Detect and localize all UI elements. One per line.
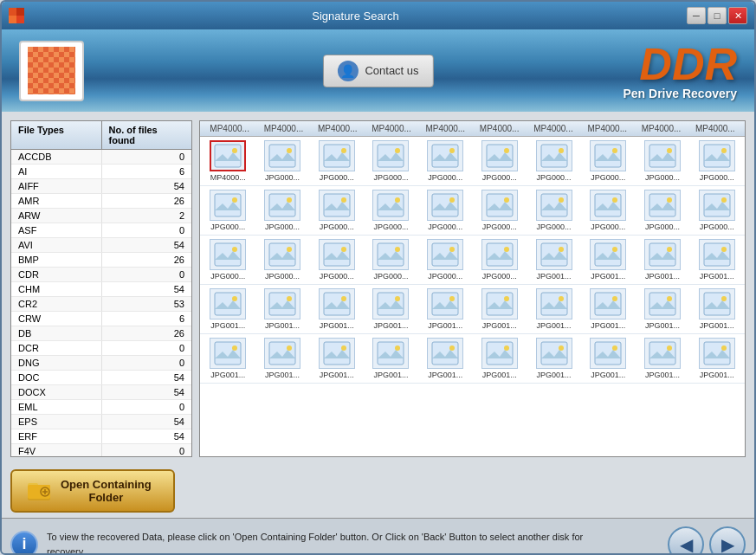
list-item[interactable]: JPG000... <box>475 239 525 281</box>
list-item[interactable]: JPG001... <box>638 239 688 281</box>
list-item[interactable]: JPG000... <box>366 190 416 231</box>
file-type-row[interactable]: AMR 26 <box>11 194 191 209</box>
list-item[interactable]: JPG001... <box>692 239 741 281</box>
list-item[interactable]: JPG001... <box>692 288 741 330</box>
list-item[interactable]: JPG001... <box>692 338 741 379</box>
list-item[interactable]: JPG000... <box>692 190 741 231</box>
list-item[interactable]: JPG000... <box>204 190 253 231</box>
close-button[interactable]: ✕ <box>728 7 747 24</box>
list-item[interactable]: JPG001... <box>312 338 361 379</box>
open-folder-button[interactable]: Open ContainingFolder <box>10 469 175 513</box>
list-item[interactable]: MP4000... <box>204 140 253 182</box>
thumbnail-icon <box>372 288 409 319</box>
list-item[interactable]: JPG000... <box>584 140 633 182</box>
svg-rect-118 <box>649 293 675 315</box>
file-type-row[interactable]: ERF 54 <box>11 429 191 444</box>
list-item[interactable]: JPG001... <box>475 338 525 379</box>
list-item[interactable]: JPG001... <box>529 338 578 379</box>
list-item[interactable]: JPG000... <box>366 140 416 182</box>
file-type-row[interactable]: BMP 26 <box>11 253 191 268</box>
file-type-row[interactable]: DNG 0 <box>11 356 191 371</box>
window-controls: ─ □ ✕ <box>687 7 747 24</box>
list-item[interactable]: JPG001... <box>258 338 307 379</box>
list-item[interactable]: JPG000... <box>638 190 688 231</box>
file-type-row[interactable]: DOC 54 <box>11 371 191 385</box>
list-item[interactable]: JPG001... <box>584 338 633 379</box>
svg-rect-127 <box>269 342 295 365</box>
minimize-button[interactable]: ─ <box>687 7 706 24</box>
thumbnail-scroll[interactable]: MP4000... JPG000... JPG000... JPG000... … <box>200 137 745 456</box>
file-type-row[interactable]: ACCDB 0 <box>11 150 191 165</box>
thumbnail-label: JPG000... <box>475 272 523 281</box>
list-item[interactable]: JPG000... <box>475 190 525 231</box>
list-item[interactable]: JPG000... <box>312 239 361 281</box>
list-item[interactable]: JPG000... <box>421 140 470 182</box>
maximize-button[interactable]: □ <box>708 7 727 24</box>
list-item[interactable]: JPG000... <box>312 140 361 182</box>
file-type-row[interactable]: EML 0 <box>11 400 191 415</box>
svg-rect-88 <box>649 243 675 266</box>
file-type-row[interactable]: CHM 54 <box>11 282 191 297</box>
file-type-row[interactable]: AI 6 <box>11 165 191 179</box>
contact-button[interactable]: 👤 Contact us <box>322 55 433 87</box>
file-type-row[interactable]: DOCX 54 <box>11 385 191 400</box>
list-item[interactable]: JPG001... <box>312 288 361 330</box>
list-item[interactable]: JPG001... <box>421 288 470 330</box>
list-item[interactable]: JPG000... <box>258 140 307 182</box>
file-type-name: DNG <box>11 356 102 370</box>
svg-point-60 <box>667 197 672 203</box>
thumbnail-icon <box>264 190 300 221</box>
list-item[interactable]: JPG001... <box>584 239 633 281</box>
list-item[interactable]: JPG000... <box>529 190 578 231</box>
list-item[interactable]: JPG001... <box>204 338 253 379</box>
back-button[interactable]: ◀ <box>668 526 704 556</box>
list-item[interactable]: JPG000... <box>366 239 416 281</box>
list-item[interactable]: JPG001... <box>584 288 633 330</box>
list-item[interactable]: JPG000... <box>421 239 470 281</box>
thumbnail-icon <box>590 239 626 270</box>
file-type-row[interactable]: EPS 54 <box>11 415 191 429</box>
list-item[interactable]: JPG001... <box>638 288 688 330</box>
list-item[interactable]: JPG000... <box>421 190 470 231</box>
file-type-row[interactable]: AIFF 54 <box>11 179 191 194</box>
file-type-row[interactable]: CRW 6 <box>11 312 191 326</box>
list-item[interactable]: JPG000... <box>258 239 307 281</box>
list-item[interactable]: JPG001... <box>421 338 470 379</box>
file-types-header: File Types No. of files found <box>11 121 191 150</box>
list-item[interactable]: JPG001... <box>475 288 525 330</box>
thumbnail-label: JPG000... <box>422 173 469 182</box>
list-item[interactable]: JPG001... <box>258 288 307 330</box>
svg-point-147 <box>612 345 617 351</box>
list-item[interactable]: JPG000... <box>692 140 741 182</box>
list-item[interactable]: JPG000... <box>475 140 525 182</box>
list-item[interactable]: JPG001... <box>366 338 416 379</box>
list-item[interactable]: JPG000... <box>584 190 633 231</box>
file-type-row[interactable]: AVI 54 <box>11 238 191 253</box>
list-item[interactable]: JPG000... <box>529 140 578 182</box>
file-type-name: AMR <box>11 194 102 208</box>
file-types-list[interactable]: ACCDB 0 AI 6 AIFF 54 AMR 26 ARW 2 ASF 0 … <box>11 150 191 456</box>
list-item[interactable]: JPG000... <box>312 190 361 231</box>
list-item[interactable]: JPG001... <box>529 239 578 281</box>
file-type-row[interactable]: DB 26 <box>11 326 191 341</box>
svg-point-90 <box>667 247 672 252</box>
list-item[interactable]: JPG000... <box>204 239 253 281</box>
file-type-row[interactable]: DCR 0 <box>11 341 191 356</box>
list-item[interactable]: JPG001... <box>638 338 688 379</box>
file-type-row[interactable]: CR2 53 <box>11 297 191 312</box>
thumbnail-label: JPG001... <box>204 321 252 330</box>
thumbnail-icon <box>264 239 300 270</box>
file-type-row[interactable]: F4V 0 <box>11 444 191 456</box>
file-type-row[interactable]: ARW 2 <box>11 209 191 223</box>
list-item[interactable]: JPG001... <box>529 288 578 330</box>
list-item[interactable]: JPG000... <box>258 190 307 231</box>
file-type-row[interactable]: ASF 0 <box>11 223 191 238</box>
forward-button[interactable]: ▶ <box>709 526 746 556</box>
file-type-row[interactable]: CDR 0 <box>11 268 191 282</box>
header: 👤 Contact us DDR Pen Drive Recovery <box>2 29 754 112</box>
svg-point-30 <box>667 148 672 153</box>
list-item[interactable]: JPG001... <box>204 288 253 330</box>
list-item[interactable]: JPG000... <box>638 140 688 182</box>
svg-rect-31 <box>704 145 730 167</box>
list-item[interactable]: JPG001... <box>366 288 416 330</box>
